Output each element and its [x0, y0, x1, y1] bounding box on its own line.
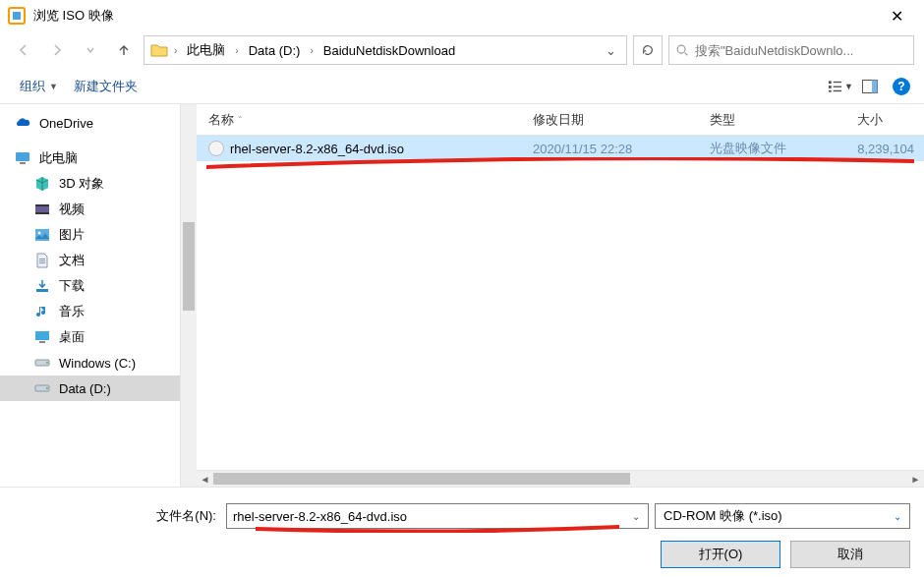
- tree-videos[interactable]: 视频: [0, 197, 197, 222]
- file-type: 光盘映像文件: [698, 140, 845, 157]
- sort-indicator-icon: ˄: [238, 115, 243, 125]
- svg-rect-19: [39, 260, 45, 261]
- svg-rect-12: [20, 162, 26, 164]
- column-headers: 名称˄ 修改日期 类型 大小: [197, 104, 924, 136]
- address-dropdown[interactable]: ⌄: [602, 43, 620, 58]
- computer-icon: [14, 149, 31, 167]
- preview-pane-button[interactable]: [857, 75, 883, 98]
- svg-rect-22: [35, 331, 49, 340]
- tree-label: 桌面: [59, 328, 85, 346]
- music-icon: [33, 303, 51, 320]
- file-name: rhel-server-8.2-x86_64-dvd.iso: [230, 142, 404, 156]
- filename-combo[interactable]: ⌄: [226, 503, 649, 529]
- drive-icon: [33, 354, 51, 372]
- chevron-right-icon[interactable]: ›: [308, 45, 315, 56]
- column-size[interactable]: 大小: [845, 111, 924, 129]
- chevron-down-icon: ▼: [49, 82, 58, 91]
- desktop-icon: [33, 328, 51, 346]
- scroll-right-icon[interactable]: ►: [907, 474, 924, 485]
- svg-rect-3: [829, 81, 832, 84]
- svg-rect-7: [834, 86, 841, 87]
- column-type[interactable]: 类型: [698, 111, 845, 129]
- app-icon: [8, 7, 26, 25]
- open-button[interactable]: 打开(O): [661, 541, 780, 568]
- tree-drive-c[interactable]: Windows (C:): [0, 350, 197, 375]
- tree-label: Data (D:): [59, 381, 111, 396]
- svg-rect-8: [834, 89, 841, 90]
- search-icon: [675, 43, 689, 57]
- svg-rect-5: [829, 89, 832, 91]
- tree-label: 文档: [59, 252, 85, 269]
- cube-icon: [33, 175, 51, 193]
- search-box[interactable]: [668, 35, 914, 65]
- tree-downloads[interactable]: 下载: [0, 273, 197, 299]
- svg-rect-20: [39, 262, 45, 263]
- close-button[interactable]: ✕: [877, 7, 916, 26]
- iso-file-icon: [208, 141, 224, 156]
- svg-rect-6: [834, 81, 841, 82]
- organize-label: 组织: [20, 78, 45, 95]
- svg-point-17: [38, 232, 41, 235]
- tree-documents[interactable]: 文档: [0, 248, 197, 273]
- cancel-button[interactable]: 取消: [790, 541, 910, 568]
- chevron-down-icon[interactable]: ⌄: [630, 511, 642, 522]
- tree-label: 视频: [59, 201, 85, 218]
- svg-rect-1: [13, 12, 21, 20]
- breadcrumb-item[interactable]: BaiduNetdiskDownload: [319, 43, 459, 58]
- svg-rect-21: [36, 289, 48, 292]
- svg-point-27: [46, 387, 48, 389]
- document-icon: [33, 252, 51, 269]
- tree-3dobjects[interactable]: 3D 对象: [0, 171, 197, 197]
- drive-icon: [33, 379, 51, 397]
- chevron-right-icon[interactable]: ›: [172, 45, 179, 56]
- scroll-left-icon[interactable]: ◄: [197, 474, 213, 485]
- breadcrumb-item[interactable]: Data (D:): [245, 43, 305, 58]
- search-input[interactable]: [695, 43, 907, 58]
- nav-back-button[interactable]: [10, 36, 37, 64]
- filetype-filter[interactable]: CD-ROM 映像 (*.iso) ⌄: [655, 503, 910, 529]
- file-list-area: 名称˄ 修改日期 类型 大小 rhel-server-8.2-x86_64-dv…: [197, 104, 924, 487]
- column-name[interactable]: 名称˄: [197, 111, 521, 129]
- filename-input[interactable]: [233, 509, 630, 524]
- tree-pictures[interactable]: 图片: [0, 222, 197, 248]
- nav-forward-button[interactable]: [43, 36, 71, 64]
- svg-rect-11: [16, 152, 29, 161]
- svg-rect-15: [35, 212, 49, 214]
- onedrive-icon: [14, 114, 31, 132]
- file-row[interactable]: rhel-server-8.2-x86_64-dvd.iso 2020/11/1…: [197, 136, 924, 161]
- organize-menu[interactable]: 组织 ▼: [14, 75, 64, 98]
- tree-label: OneDrive: [39, 116, 93, 131]
- tree-label: Windows (C:): [59, 356, 136, 371]
- content-hscrollbar[interactable]: ◄ ►: [197, 470, 924, 487]
- video-icon: [33, 201, 51, 218]
- sidebar-scrollbar[interactable]: [180, 104, 197, 487]
- chevron-right-icon[interactable]: ›: [233, 45, 240, 56]
- breadcrumb-item[interactable]: 此电脑: [183, 41, 229, 59]
- svg-rect-4: [829, 86, 832, 88]
- address-bar[interactable]: › 此电脑 › Data (D:) › BaiduNetdiskDownload…: [144, 35, 627, 65]
- refresh-button[interactable]: [633, 35, 663, 65]
- view-options-button[interactable]: ▼: [828, 75, 853, 98]
- tree-thispc[interactable]: 此电脑: [0, 145, 197, 171]
- svg-rect-18: [39, 259, 45, 260]
- svg-point-25: [46, 362, 48, 364]
- sidebar: OneDrive 此电脑 3D 对象 视频 图片 文档 下载 音乐: [0, 104, 197, 487]
- svg-rect-23: [39, 341, 45, 343]
- nav-up-button[interactable]: [110, 36, 138, 64]
- new-folder-button[interactable]: 新建文件夹: [68, 75, 144, 98]
- column-date[interactable]: 修改日期: [521, 111, 698, 129]
- filename-label: 文件名(N):: [14, 507, 220, 525]
- window-title: 浏览 ISO 映像: [33, 7, 877, 25]
- svg-rect-10: [872, 80, 878, 92]
- tree-label: 3D 对象: [59, 175, 104, 193]
- nav-recent-dropdown[interactable]: [77, 36, 104, 64]
- tree-onedrive[interactable]: OneDrive: [0, 110, 197, 136]
- download-icon: [33, 277, 51, 295]
- file-date: 2020/11/15 22:28: [521, 142, 698, 156]
- tree-music[interactable]: 音乐: [0, 299, 197, 324]
- tree-drive-d[interactable]: Data (D:): [0, 375, 197, 401]
- file-size: 8,239,104: [845, 142, 924, 156]
- help-button[interactable]: ?: [893, 78, 910, 95]
- svg-point-2: [677, 45, 685, 53]
- tree-desktop[interactable]: 桌面: [0, 324, 197, 350]
